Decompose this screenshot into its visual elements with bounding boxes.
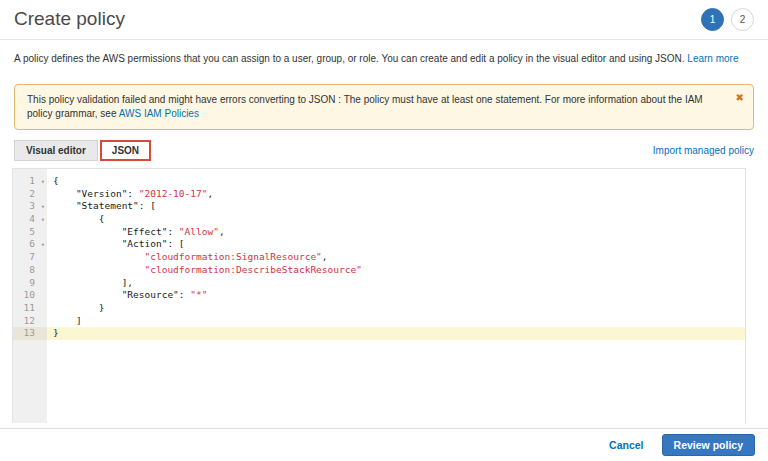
line-number: 11 <box>24 302 35 313</box>
line-number: 2 <box>29 188 35 199</box>
import-managed-policy-link[interactable]: Import managed policy <box>653 145 754 156</box>
review-policy-button[interactable]: Review policy <box>662 434 755 456</box>
code-line-13[interactable]: } <box>47 327 745 340</box>
footer-bar: Cancel Review policy <box>0 428 768 461</box>
gutter-line-8: 8 <box>13 264 47 277</box>
learn-more-link[interactable]: Learn more <box>687 53 738 64</box>
gutter-line-13: 13 <box>13 327 47 340</box>
line-number: 12 <box>24 315 35 326</box>
code-line-10[interactable]: "Resource": "*" <box>47 289 745 302</box>
gutter-line-7: 7 <box>13 251 47 264</box>
gutter-line-11: 11 <box>13 302 47 315</box>
gutter-line-12: 12 <box>13 315 47 328</box>
step-circle-1: 1 <box>701 8 724 31</box>
page-description: A policy defines the AWS permissions tha… <box>14 53 754 64</box>
editor-tabs: Visual editorJSON <box>14 140 151 161</box>
header-divider <box>0 39 768 40</box>
page-title: Create policy <box>14 8 125 29</box>
editor-gutter: 1▾23▾4▾56▾78910111213 <box>13 169 47 423</box>
editor-toolbar: Visual editorJSON Import managed policy <box>14 140 754 161</box>
code-line-6[interactable]: "Action": [ <box>47 238 745 251</box>
code-line-9[interactable]: ], <box>47 277 745 290</box>
gutter-line-1: 1▾ <box>13 175 47 188</box>
close-icon[interactable]: ✖ <box>736 91 744 105</box>
line-number: 5 <box>29 226 35 237</box>
line-number: 4 <box>29 213 35 224</box>
cancel-button[interactable]: Cancel <box>609 439 643 451</box>
line-number: 9 <box>29 277 35 288</box>
step-indicator: 12 <box>701 8 754 31</box>
code-line-5[interactable]: "Effect": "Allow", <box>47 226 745 239</box>
line-number: 13 <box>24 327 35 338</box>
line-number: 8 <box>29 264 35 275</box>
tab-json[interactable]: JSON <box>100 140 151 161</box>
line-number: 6 <box>29 238 35 249</box>
gutter-line-2: 2 <box>13 188 47 201</box>
code-line-3[interactable]: "Statement": [ <box>47 200 745 213</box>
code-line-12[interactable]: ] <box>47 315 745 328</box>
gutter-line-4: 4▾ <box>13 213 47 226</box>
line-number: 1 <box>29 175 35 186</box>
page-header: Create policy 12 <box>0 0 768 31</box>
gutter-line-6: 6▾ <box>13 238 47 251</box>
alert-iam-policies-link[interactable]: AWS IAM Policies <box>119 108 199 119</box>
gutter-line-3: 3▾ <box>13 200 47 213</box>
tab-visual-editor[interactable]: Visual editor <box>14 140 98 161</box>
step-circle-2: 2 <box>731 8 754 31</box>
validation-alert: This policy validation failed and might … <box>14 84 754 130</box>
json-editor[interactable]: 1▾23▾4▾56▾78910111213 { "Version": "2012… <box>12 168 746 423</box>
code-line-7[interactable]: "cloudformation:SignalResource", <box>47 251 745 264</box>
code-line-1[interactable]: { <box>47 175 745 188</box>
code-line-2[interactable]: "Version": "2012-10-17", <box>47 188 745 201</box>
gutter-line-10: 10 <box>13 289 47 302</box>
line-number: 10 <box>24 289 35 300</box>
code-line-8[interactable]: "cloudformation:DescribeStackResource" <box>47 264 745 277</box>
code-line-11[interactable]: } <box>47 302 745 315</box>
gutter-line-5: 5 <box>13 226 47 239</box>
description-text: A policy defines the AWS permissions tha… <box>14 53 685 64</box>
gutter-line-9: 9 <box>13 277 47 290</box>
line-number: 7 <box>29 251 35 262</box>
editor-code[interactable]: { "Version": "2012-10-17", "Statement": … <box>47 169 745 423</box>
code-line-4[interactable]: { <box>47 213 745 226</box>
line-number: 3 <box>29 200 35 211</box>
